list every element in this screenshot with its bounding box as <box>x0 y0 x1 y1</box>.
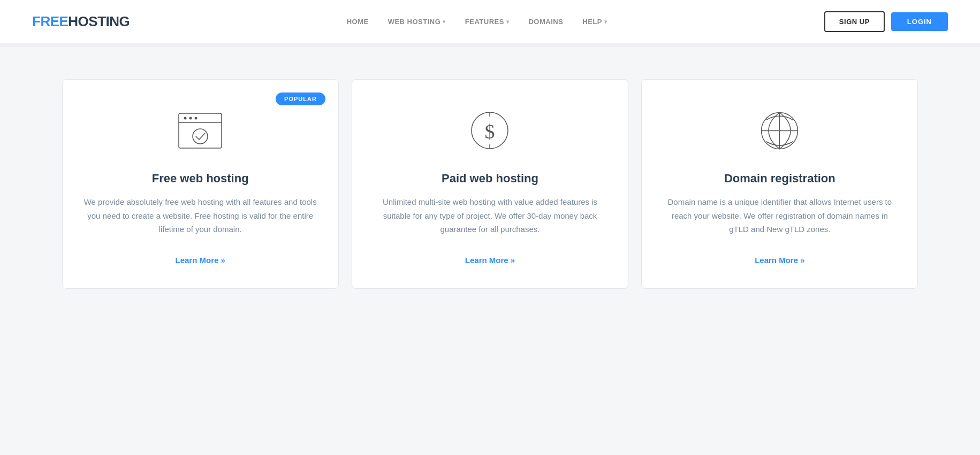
site-header: FREEHOSTING HOME WEB HOSTING FEATURES DO… <box>0 0 980 43</box>
card-free-hosting: POPULAR Free web hosting <box>62 79 339 289</box>
popular-badge: POPULAR <box>276 92 325 105</box>
nav-home[interactable]: HOME <box>347 18 369 26</box>
card-domain: Domain registration Domain name is a uni… <box>641 79 918 289</box>
browser-check-icon <box>171 106 230 155</box>
logo-hosting: HOSTING <box>68 13 130 29</box>
nav-help[interactable]: HELP <box>582 18 607 26</box>
learn-more-free[interactable]: Learn More » <box>175 256 225 265</box>
signup-button[interactable]: SIGN UP <box>824 11 885 32</box>
header-buttons: SIGN UP LOGIN <box>824 11 948 32</box>
card-desc-domain: Domain name is a unique identifier that … <box>663 195 896 236</box>
card-title-free: Free web hosting <box>152 172 249 186</box>
nav-features[interactable]: FEATURES <box>465 18 510 26</box>
learn-more-domain[interactable]: Learn More » <box>755 256 804 265</box>
nav-web-hosting[interactable]: WEB HOSTING <box>388 18 446 26</box>
cards-container: POPULAR Free web hosting <box>62 79 918 289</box>
globe-icon <box>750 106 809 155</box>
svg-point-4 <box>195 117 197 119</box>
login-button[interactable]: LOGIN <box>891 12 948 31</box>
dollar-circle-icon: $ <box>460 106 519 155</box>
site-logo: FREEHOSTING <box>32 13 130 30</box>
card-paid-hosting: $ Paid web hosting Unlimited multi-site … <box>352 79 628 289</box>
nav-domains[interactable]: DOMAINS <box>528 18 563 26</box>
main-content: POPULAR Free web hosting <box>0 47 980 331</box>
card-title-paid: Paid web hosting <box>442 172 538 186</box>
card-desc-paid: Unlimited multi-site web hosting with va… <box>374 195 606 236</box>
svg-point-2 <box>184 117 187 119</box>
svg-text:$: $ <box>485 120 495 143</box>
svg-point-5 <box>193 129 208 144</box>
svg-point-3 <box>189 117 192 119</box>
logo-free: FREE <box>32 13 68 29</box>
main-nav: HOME WEB HOSTING FEATURES DOMAINS HELP <box>347 18 607 26</box>
header-divider <box>0 43 980 47</box>
card-desc-free: We provide absolutely free web hosting w… <box>84 195 317 236</box>
learn-more-paid[interactable]: Learn More » <box>465 256 515 265</box>
card-title-domain: Domain registration <box>724 172 835 186</box>
